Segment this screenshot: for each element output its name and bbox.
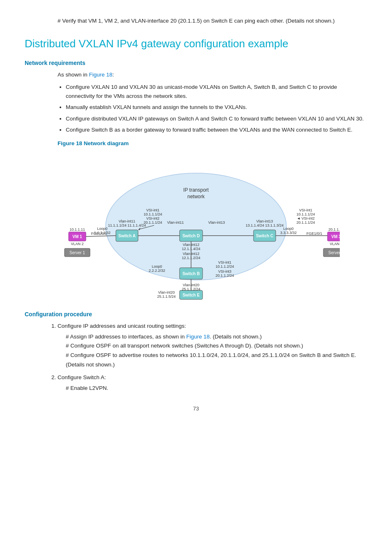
section-title: Distributed VXLAN IPv4 gateway configura… (25, 37, 367, 51)
requirement-item-2: Manually establish VXLAN tunnels and ass… (66, 103, 367, 112)
requirement-item-1: Configure VXLAN 10 and VXLAN 30 as unica… (66, 83, 367, 100)
svg-text:Vlan-int13: Vlan-int13 (208, 220, 225, 225)
svg-text:VLAN 2: VLAN 2 (71, 242, 83, 246)
svg-text:3.3.3.3/32: 3.3.3.3/32 (280, 231, 297, 235)
svg-text:25.1.1.5/24: 25.1.1.5/24 (157, 294, 175, 299)
svg-text:VSI-int2: VSI-int2 (146, 216, 159, 220)
svg-text:Vlan-int13: Vlan-int13 (256, 219, 273, 223)
svg-text:FGE1/0/1: FGE1/0/1 (307, 232, 323, 236)
step-1-sub: # Assign IP addresses to interfaces, as … (66, 332, 367, 370)
svg-text:IP transport: IP transport (183, 187, 209, 193)
step-1-text: Configure IP addresses and unicast routi… (58, 323, 186, 329)
svg-text:20.1.1.12: 20.1.1.12 (328, 227, 340, 232)
svg-text:Loop0: Loop0 (97, 227, 107, 231)
svg-text:Server 3: Server 3 (328, 250, 340, 255)
colon: : (113, 72, 114, 78)
svg-text:13.1.1.4/24 13.1.1.3/24: 13.1.1.4/24 13.1.1.3/24 (246, 223, 284, 227)
svg-text:Loop0: Loop0 (283, 227, 293, 231)
svg-text:Vlan-int20: Vlan-int20 (158, 290, 175, 294)
config-procedure-section: Configuration procedure Configure IP add… (25, 311, 367, 393)
network-diagram: IP transport network Switch A Vlan-int11… (52, 151, 340, 303)
svg-text:VLAN 4: VLAN 4 (330, 242, 340, 246)
config-step-2: Configure Switch A: # Enable L2VPN. (58, 373, 367, 393)
svg-text:network: network (187, 194, 205, 199)
step-1-sub-1: # Assign IP addresses to interfaces, as … (66, 332, 367, 342)
config-steps-list: Configure IP addresses and unicast routi… (58, 322, 367, 393)
requirement-item-4: Configure Switch B as a border gateway t… (66, 125, 367, 134)
svg-text:20.1.1.1/24: 20.1.1.1/24 (143, 220, 162, 225)
requirements-list: Configure VXLAN 10 and VXLAN 30 as unica… (66, 83, 367, 134)
step-2-sub-1: # Enable L2VPN. (66, 384, 367, 393)
figure-18-link-1[interactable]: Figure 18 (89, 72, 113, 78)
svg-text:10.1.1.1/24: 10.1.1.1/24 (296, 212, 315, 216)
svg-text:Loop0: Loop0 (152, 264, 162, 269)
step-1-sub-2: # Configure OSPF on all transport networ… (66, 341, 367, 351)
svg-text:VM 1: VM 1 (72, 234, 82, 239)
step-1-sub-3: # Configure OSPF to advertise routes to … (66, 351, 367, 370)
svg-text:VSI-int3: VSI-int3 (218, 269, 231, 273)
intro-paragraph: # Verify that VM 1, VM 2, and VLAN-inter… (58, 16, 367, 25)
diagram-svg: IP transport network Switch A Vlan-int11… (52, 151, 340, 303)
as-shown-text: As shown in Figure 18: (58, 70, 367, 79)
page-number: 73 (25, 406, 367, 412)
config-procedure-heading: Configuration procedure (25, 311, 367, 317)
svg-text:Vlan-int11: Vlan-int11 (119, 219, 136, 223)
svg-text:Switch C: Switch C (256, 234, 273, 238)
svg-text:10.1.1.11: 10.1.1.11 (69, 227, 85, 232)
svg-text:10.1.1.2/24: 10.1.1.2/24 (215, 264, 234, 269)
step-2-sub: # Enable L2VPN. (66, 384, 367, 393)
svg-text:Switch A: Switch A (118, 234, 136, 238)
svg-text:10.1.1.1/24: 10.1.1.1/24 (143, 212, 162, 216)
svg-text:Switch E: Switch E (182, 293, 200, 297)
svg-text:FGE1/0/1: FGE1/0/1 (91, 232, 107, 236)
svg-text:VSI-int1: VSI-int1 (218, 260, 231, 264)
svg-text:Switch B: Switch B (182, 271, 200, 276)
svg-text:Switch D: Switch D (182, 234, 200, 238)
requirement-item-3: Configure distributed VXLAN IP gateways … (66, 114, 367, 123)
intro-text: # Verify that VM 1, VM 2, and VLAN-inter… (58, 18, 335, 24)
svg-text:◄ VSI-int2: ◄ VSI-int2 (297, 216, 314, 220)
config-step-1: Configure IP addresses and unicast routi… (58, 322, 367, 370)
svg-text:VSI-int1: VSI-int1 (299, 208, 312, 212)
as-shown-label: As shown in (58, 72, 89, 78)
figure-title: Figure 18 Network diagram (58, 140, 367, 146)
svg-text:Vlan-int11: Vlan-int11 (167, 220, 184, 225)
svg-text:VM 3: VM 3 (331, 234, 340, 239)
svg-text:Server 1: Server 1 (69, 250, 85, 255)
svg-text:11.1.1.1/24 11.1.1.4/24: 11.1.1.1/24 11.1.1.4/24 (108, 223, 146, 227)
svg-text:20.1.1.1/24: 20.1.1.1/24 (296, 220, 315, 225)
svg-text:2.2.2.2/32: 2.2.2.2/32 (149, 269, 165, 273)
svg-text:VSI-int1: VSI-int1 (146, 208, 159, 212)
network-requirements-heading: Network requirements (25, 60, 367, 66)
figure-18-link-2[interactable]: Figure 18 (186, 334, 210, 340)
svg-text:20.1.1.2/24: 20.1.1.2/24 (215, 273, 234, 278)
step-2-text: Configure Switch A: (58, 374, 106, 380)
